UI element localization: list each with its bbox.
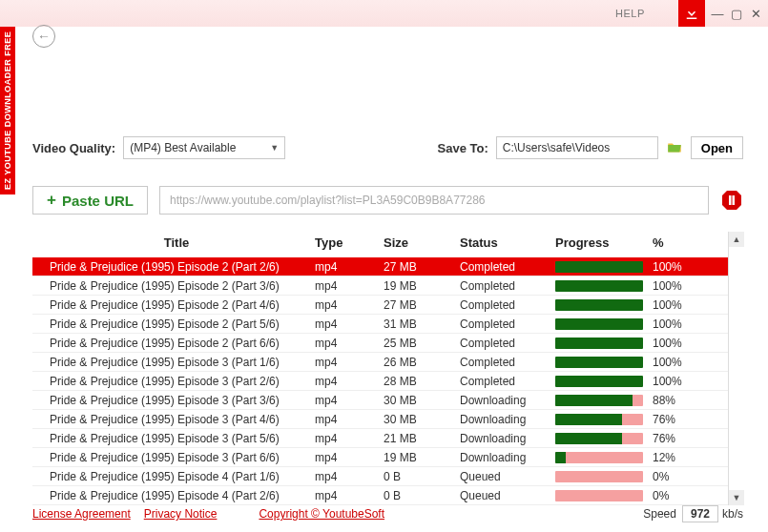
paste-url-button[interactable]: + Paste URL [32,186,148,215]
scrollbar[interactable]: ▲ ▼ [728,232,743,505]
cell-size: 27 MB [384,298,460,312]
cell-title: Pride & Prejudice (1995) Episode 2 (Part… [32,298,315,312]
cell-status: Completed [460,298,555,312]
cell-progress [555,299,653,311]
app-side-tab: EZ YOUTUBE DOWNLOADER FREE [0,27,15,194]
cell-percent: 12% [653,451,706,464]
speed-value: 972 [682,505,718,522]
table-row[interactable]: Pride & Prejudice (1995) Episode 2 (Part… [32,296,728,315]
cell-type: mp4 [315,451,384,464]
download-icon[interactable] [678,0,705,27]
table-row[interactable]: Pride & Prejudice (1995) Episode 4 (Part… [32,467,728,486]
cell-percent: 76% [653,413,706,426]
cell-size: 26 MB [384,356,460,369]
stop-icon[interactable] [720,189,743,212]
cell-progress [555,280,653,292]
video-quality-value: (MP4) Best Available [130,141,236,154]
maximize-button[interactable]: ▢ [730,7,743,20]
col-percent: % [653,235,706,250]
cell-progress [555,395,653,406]
table-header: Title Type Size Status Progress % [32,232,728,257]
back-button[interactable]: ← [32,25,55,48]
cell-size: 25 MB [384,337,460,350]
save-to-label: Save To: [438,141,488,155]
footer: License Agreement Privacy Notice Copyrig… [32,505,743,522]
video-quality-dropdown[interactable]: (MP4) Best Available ▼ [123,136,285,159]
cell-type: mp4 [315,356,384,369]
close-button[interactable]: ✕ [749,7,762,20]
cell-type: mp4 [315,317,384,331]
cell-title: Pride & Prejudice (1995) Episode 3 (Part… [32,451,315,464]
open-button[interactable]: Open [691,136,743,159]
paste-url-label: Paste URL [62,193,134,209]
downloads-table: Title Type Size Status Progress % Pride … [32,232,728,505]
chevron-down-icon: ▼ [270,143,279,153]
cell-type: mp4 [315,375,384,388]
cell-title: Pride & Prejudice (1995) Episode 2 (Part… [32,260,315,274]
cell-progress [555,433,653,444]
table-row[interactable]: Pride & Prejudice (1995) Episode 4 (Part… [32,486,728,505]
scroll-down-icon[interactable]: ▼ [729,490,744,505]
cell-title: Pride & Prejudice (1995) Episode 3 (Part… [32,356,315,369]
cell-progress [555,471,653,482]
cell-size: 28 MB [384,375,460,388]
cell-title: Pride & Prejudice (1995) Episode 2 (Part… [32,317,315,331]
cell-progress [555,261,653,273]
col-type: Type [315,235,384,250]
cell-type: mp4 [315,279,384,293]
cell-status: Completed [460,337,555,350]
table-row[interactable]: Pride & Prejudice (1995) Episode 3 (Part… [32,372,728,391]
col-status: Status [460,235,555,250]
scroll-up-icon[interactable]: ▲ [729,232,744,247]
url-input[interactable]: https://www.youtube.com/playlist?list=PL… [159,186,709,215]
cell-status: Completed [460,279,555,293]
cell-size: 31 MB [384,317,460,331]
cell-title: Pride & Prejudice (1995) Episode 2 (Part… [32,279,315,293]
cell-progress [555,452,653,463]
cell-percent: 100% [653,279,706,293]
col-size: Size [384,235,460,250]
cell-title: Pride & Prejudice (1995) Episode 4 (Part… [32,470,315,483]
cell-type: mp4 [315,298,384,312]
table-row[interactable]: Pride & Prejudice (1995) Episode 3 (Part… [32,391,728,410]
copyright-link[interactable]: Copyright © YoutubeSoft [259,507,384,521]
cell-size: 27 MB [384,260,460,274]
cell-size: 19 MB [384,279,460,293]
save-to-path[interactable]: C:\Users\safe\Videos [496,136,658,159]
help-link[interactable]: HELP [615,8,645,19]
license-link[interactable]: License Agreement [32,507,131,521]
svg-marker-0 [722,191,741,210]
browse-folder-icon[interactable] [666,139,683,156]
svg-rect-1 [729,195,732,205]
privacy-link[interactable]: Privacy Notice [144,507,218,521]
plus-icon: + [47,191,56,210]
table-row[interactable]: Pride & Prejudice (1995) Episode 3 (Part… [32,429,728,448]
cell-size: 30 MB [384,413,460,426]
cell-status: Downloading [460,451,555,464]
cell-progress [555,414,653,425]
cell-progress [555,376,653,387]
cell-status: Completed [460,375,555,388]
col-progress: Progress [555,235,653,250]
cell-percent: 100% [653,356,706,369]
table-row[interactable]: Pride & Prejudice (1995) Episode 2 (Part… [32,276,728,296]
minimize-button[interactable]: — [711,7,724,20]
table-row[interactable]: Pride & Prejudice (1995) Episode 3 (Part… [32,410,728,429]
cell-status: Downloading [460,413,555,426]
cell-status: Completed [460,260,555,274]
cell-type: mp4 [315,260,384,274]
table-row[interactable]: Pride & Prejudice (1995) Episode 3 (Part… [32,353,728,372]
video-quality-label: Video Quality: [32,141,115,155]
cell-percent: 100% [653,375,706,388]
cell-percent: 88% [653,394,706,407]
cell-status: Queued [460,470,555,483]
table-row[interactable]: Pride & Prejudice (1995) Episode 3 (Part… [32,448,728,467]
cell-title: Pride & Prejudice (1995) Episode 4 (Part… [32,489,315,502]
cell-title: Pride & Prejudice (1995) Episode 3 (Part… [32,432,315,445]
table-row[interactable]: Pride & Prejudice (1995) Episode 2 (Part… [32,257,728,276]
cell-title: Pride & Prejudice (1995) Episode 2 (Part… [32,337,315,350]
table-row[interactable]: Pride & Prejudice (1995) Episode 2 (Part… [32,334,728,353]
cell-title: Pride & Prejudice (1995) Episode 3 (Part… [32,394,315,407]
cell-percent: 100% [653,260,706,274]
table-row[interactable]: Pride & Prejudice (1995) Episode 2 (Part… [32,315,728,334]
